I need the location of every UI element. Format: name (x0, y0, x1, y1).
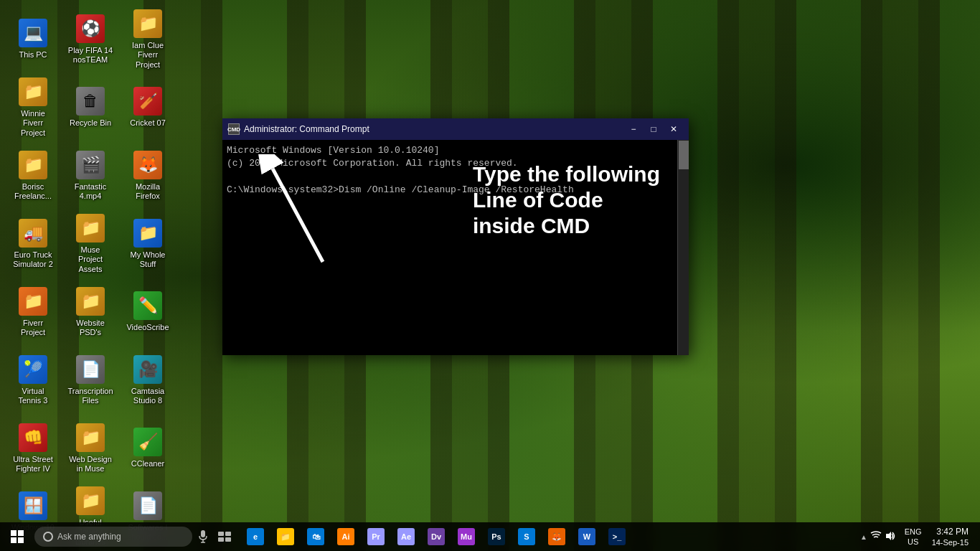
lang-region: US (905, 537, 922, 547)
cmd-body: Microsoft Windows [Version 10.0.10240](c… (222, 140, 689, 355)
desktop-icon-virtual-tennis[interactable]: 🎾Virtual Tennis 3 (7, 348, 59, 413)
search-placeholder-text: Ask me anything (57, 532, 121, 542)
cmd-title-left: CMD Administrator: Command Prompt (228, 123, 369, 135)
taskbar-app-icon-premiere: Pr (367, 528, 385, 545)
desktop-icon-label-my-whole-stuff: My Whole Stuff (125, 250, 171, 269)
desktop-icon-web-design-muse[interactable]: 📁Web Design in Muse (65, 416, 116, 481)
desktop-icon-label-camtasia: Camtasia Studio 8 (125, 387, 171, 405)
desktop-icon-ccleaner[interactable]: 🧹CCleaner (122, 416, 174, 481)
taskbar-app-store[interactable]: 🛍 (301, 522, 330, 551)
desktop-icon-winnie-fiverr[interactable]: 📁Winnie Fiverr Project (7, 75, 59, 140)
taskbar-app-edge[interactable]: e (241, 522, 270, 551)
taskbar-app-explorer[interactable]: 📁 (271, 522, 300, 551)
taskbar-view-button[interactable] (214, 522, 235, 551)
taskbar-app-premiere[interactable]: Pr (362, 522, 390, 551)
search-circle-icon (43, 532, 53, 542)
cmd-minimize-button[interactable]: − (624, 122, 643, 136)
svg-rect-2 (201, 530, 205, 537)
desktop-icon-img-web-design-muse: 📁 (76, 423, 105, 452)
desktop-icon-cricket-07[interactable]: 🏏Cricket 07 (122, 75, 174, 140)
instruction-line1: Type the following (473, 161, 660, 187)
desktop-icon-ultra-street-fighter[interactable]: 👊Ultra Street Fighter IV (7, 416, 59, 481)
taskbar-app-after-effects[interactable]: Ae (392, 522, 420, 551)
desktop-icon-label-transcription: Transcription Files (67, 387, 113, 405)
desktop-icon-this-pc[interactable]: 💻This PC (7, 7, 59, 72)
taskbar-app-photoshop[interactable]: Ps (482, 522, 511, 551)
taskbar-language: ENG US (902, 527, 925, 547)
cmd-window: CMD Administrator: Command Prompt − □ ✕ … (222, 118, 689, 355)
svg-rect-5 (218, 532, 224, 536)
lang-name: ENG (905, 527, 922, 537)
desktop-icon-label-ccleaner: CCleaner (131, 459, 164, 468)
cmd-scroll-thumb[interactable] (679, 141, 689, 169)
taskbar-apps: e📁🛍AiPrAeDvMuPsS🦊W>_ (235, 522, 850, 551)
desktop-icon-img-winnie-fiverr: 📁 (19, 77, 47, 106)
desktop-icon-fantastic-mp4[interactable]: 🎬Fantastic 4.mp4 (65, 143, 116, 208)
desktop-icon-recycle-bin[interactable]: 🗑Recycle Bin (65, 75, 116, 140)
cmd-maximize-button[interactable]: □ (644, 122, 663, 136)
desktop-icon-label-videoscribe: VideoScribe (126, 323, 169, 332)
svg-marker-9 (886, 532, 891, 540)
desktop-icon-label-borisc-freelanc: Borisc Freelanc... (10, 182, 56, 201)
taskbar-app-illustrator[interactable]: Ai (331, 522, 360, 551)
desktop-icon-img-play-fifa: ⚽ (76, 14, 105, 43)
taskbar-app-muse[interactable]: Mu (452, 522, 481, 551)
desktop-icon-camtasia[interactable]: 🎥Camtasia Studio 8 (122, 348, 174, 413)
volume-icon[interactable] (885, 531, 896, 543)
start-square-2 (18, 530, 24, 536)
instruction-line3: inside CMD (473, 213, 660, 239)
cmd-title-text: Administrator: Command Prompt (244, 124, 369, 134)
cmd-instruction: Type the following Line of Code inside C… (473, 161, 660, 239)
taskbar-app-firefox[interactable]: 🦊 (542, 522, 571, 551)
cmd-titlebar: CMD Administrator: Command Prompt − □ ✕ (222, 118, 689, 140)
desktop-icon-borisc-freelanc[interactable]: 📁Borisc Freelanc... (7, 143, 59, 208)
desktop-icon-mozilla-firefox[interactable]: 🦊Mozilla Firefox (122, 143, 174, 208)
network-icon[interactable] (870, 531, 882, 543)
svg-rect-8 (225, 537, 231, 542)
desktop-icon-label-cricket-07: Cricket 07 (130, 118, 166, 128)
taskbar-search[interactable]: Ask me anything (34, 527, 192, 547)
desktop-icon-img-virtual-tennis: 🎾 (19, 355, 47, 384)
desktop-icon-videoscribe[interactable]: ✏️VideoScribe (122, 280, 174, 344)
desktop-icon-img-borisc-freelanc: 📁 (19, 151, 47, 179)
desktop-icon-muse-project[interactable]: 📁Muse Project Assets (65, 212, 116, 276)
desktop-icon-fiverr-project[interactable]: 📁Fiverr Project (7, 280, 59, 344)
cmd-close-button[interactable]: ✕ (664, 122, 683, 136)
desktop-icon-img-iam-clue: 📁 (133, 9, 162, 38)
desktop-icon-my-whole-stuff[interactable]: 📁My Whole Stuff (122, 212, 174, 276)
desktop-icon-iam-clue[interactable]: 📁Iam Clue Fiverr Project (122, 7, 174, 72)
taskbar-app-skype[interactable]: S (512, 522, 541, 551)
taskbar-mic-button[interactable] (192, 522, 214, 551)
taskbar-app-icon-photoshop: Ps (488, 528, 505, 545)
desktop-icon-label-iam-clue: Iam Clue Fiverr Project (125, 41, 171, 70)
desktop-icon-img-fantastic-mp4: 🎬 (76, 151, 105, 179)
desktop-icon-label-recycle-bin: Recycle Bin (70, 118, 111, 128)
systray: ▲ (856, 531, 900, 543)
taskbar-app-icon-edge: e (247, 528, 264, 545)
desktop-icon-label-fantastic-mp4: Fantastic 4.mp4 (67, 182, 113, 201)
desktop-icon-label-this-pc: This PC (19, 50, 47, 60)
desktop-icon-play-fifa[interactable]: ⚽Play FIFA 14 nosTEAM (65, 7, 116, 72)
desktop-icon-euro-truck[interactable]: 🚚Euro Truck Simulator 2 (7, 212, 59, 276)
systray-chevron[interactable]: ▲ (860, 533, 867, 541)
mic-icon (198, 530, 208, 543)
desktop-icon-img-ultra-street-fighter: 👊 (19, 423, 47, 452)
desktop-icon-img-my-whole-stuff: 📁 (133, 219, 162, 248)
svg-rect-6 (225, 532, 231, 536)
taskbar-app-icon-muse: Mu (458, 528, 475, 545)
desktop-icon-website-psd[interactable]: 📁Website PSD's (65, 280, 116, 344)
desktop-icon-label-muse-project: Muse Project Assets (67, 245, 113, 274)
taskbar-app-powershell[interactable]: >_ (603, 522, 631, 551)
start-button[interactable] (0, 522, 34, 551)
desktop-icon-transcription[interactable]: 📄Transcription Files (65, 348, 116, 413)
cmd-scrollbar[interactable] (677, 140, 689, 355)
desktop-icon-label-web-design-muse: Web Design in Muse (67, 455, 113, 474)
taskbar-clock[interactable]: 3:42 PM 14-Sep-15 (926, 527, 974, 547)
desktop-icon-img-mozilla-firefox: 🦊 (133, 151, 162, 179)
cmd-controls[interactable]: − □ ✕ (624, 122, 683, 136)
desktop-icon-label-play-fifa: Play FIFA 14 nosTEAM (67, 46, 113, 65)
desktop-icon-label-euro-truck: Euro Truck Simulator 2 (10, 250, 56, 269)
clock-time: 3:42 PM (932, 527, 969, 538)
taskbar-app-davinci[interactable]: Dv (422, 522, 451, 551)
taskbar-app-word[interactable]: W (573, 522, 601, 551)
